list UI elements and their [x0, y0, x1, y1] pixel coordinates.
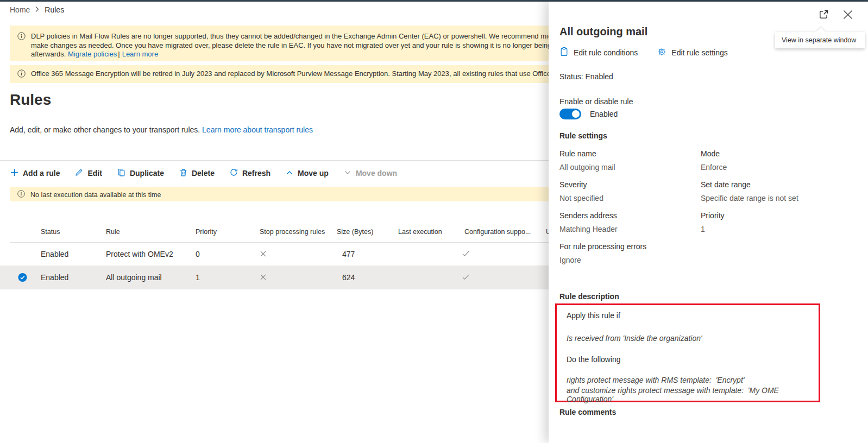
- delete-label: Delete: [192, 169, 215, 178]
- column-header-priority[interactable]: Priority: [196, 228, 217, 236]
- selected-check-circle-icon[interactable]: [18, 273, 27, 282]
- exchange-admin-rules-page: Home Rules DLP policies in Mail Flow Rul…: [0, 0, 868, 443]
- field-label: Set date range: [701, 180, 798, 189]
- column-header-status[interactable]: Status: [41, 228, 60, 236]
- column-header-stop-processing[interactable]: Stop processing rules: [260, 228, 325, 236]
- rule-description-annotation-box: Apply this rule if Is received from 'Ins…: [555, 303, 820, 402]
- enable-disable-heading: Enable or disable rule: [559, 97, 633, 106]
- duplicate-icon: [117, 168, 126, 179]
- field-senders-address: Senders address Matching Header: [559, 211, 618, 233]
- link-divider: |: [118, 50, 119, 58]
- transport-rules-learn-more-link[interactable]: Learn more about transport rules: [202, 125, 313, 134]
- duplicate-button[interactable]: Duplicate: [117, 168, 164, 179]
- action-line-1: rights protect message with RMS template…: [567, 376, 744, 384]
- status-line: Status: Enabled: [559, 72, 613, 81]
- panel-title: All outgoing mail: [559, 26, 647, 38]
- clipboard-icon: [559, 47, 569, 58]
- edit-rule-conditions-button[interactable]: Edit rule conditions: [559, 47, 638, 58]
- field-value: Not specified: [559, 194, 603, 202]
- field-date-range: Set date range Specific date range is no…: [701, 180, 798, 202]
- dlp-banner-line2: make changes as needed. Once you have mi…: [31, 41, 609, 50]
- field-rule-name: Rule name All outgoing mail: [559, 149, 615, 172]
- chevron-up-icon: [285, 168, 294, 179]
- row-rule-name: All outgoing mail: [106, 273, 162, 282]
- migrate-policies-link[interactable]: Migrate policies: [68, 50, 117, 58]
- apply-rule-condition: Is received from 'Inside the organizatio…: [567, 334, 702, 343]
- refresh-button[interactable]: Refresh: [229, 168, 271, 179]
- field-processing-errors: For rule processing errors Ignore: [559, 242, 646, 264]
- apply-rule-heading: Apply this rule if: [567, 311, 620, 320]
- column-header-size[interactable]: Size (Bytes): [337, 228, 373, 236]
- field-value: Specific date range is not set: [701, 194, 798, 202]
- field-label: Severity: [559, 180, 603, 189]
- column-header-last-execution[interactable]: Last execution: [398, 228, 442, 236]
- row-rule-name: Protect with OMEv2: [106, 250, 173, 258]
- rule-comments-heading: Rule comments: [559, 408, 616, 416]
- move-up-label: Move up: [298, 169, 329, 178]
- action-line-2: and customize rights protect message wit…: [567, 386, 819, 403]
- duplicate-label: Duplicate: [130, 169, 164, 178]
- field-label: Rule name: [559, 149, 615, 158]
- row-status: Enabled: [41, 250, 68, 258]
- tooltip-text: View in separate window: [782, 36, 856, 44]
- column-header-rule[interactable]: Rule: [106, 228, 120, 236]
- info-icon: [17, 69, 26, 80]
- page-description-text: Add, edit, or make other changes to your…: [10, 125, 200, 134]
- tooltip: View in separate window: [775, 32, 865, 48]
- row-size-bytes: 624: [342, 273, 355, 282]
- field-label: Mode: [701, 149, 727, 158]
- field-label: Priority: [701, 211, 725, 220]
- no-execution-data-text: No last execution data available at this…: [30, 191, 161, 200]
- learn-more-link[interactable]: Learn more: [122, 50, 158, 58]
- field-label: For rule processing errors: [559, 242, 646, 251]
- move-down-button[interactable]: Move down: [343, 168, 397, 179]
- pencil-icon: [74, 168, 84, 179]
- move-up-button[interactable]: Move up: [285, 168, 329, 179]
- refresh-icon: [229, 168, 238, 179]
- toggle-knob: [572, 110, 580, 118]
- toggle-state-label: Enabled: [590, 110, 618, 118]
- field-value: 1: [701, 225, 725, 233]
- field-severity: Severity Not specified: [559, 180, 603, 202]
- edit-rule-settings-button[interactable]: Edit rule settings: [657, 47, 728, 58]
- trash-icon: [179, 168, 188, 179]
- row-size-bytes: 477: [342, 250, 355, 258]
- field-priority: Priority 1: [701, 211, 725, 233]
- row-priority: 0: [196, 250, 200, 258]
- delete-button[interactable]: Delete: [179, 168, 215, 179]
- column-header-configuration-supported[interactable]: Configuration suppo...: [464, 228, 531, 236]
- check-icon: [462, 250, 469, 258]
- chevron-down-icon: [343, 168, 352, 179]
- x-mark-icon: [260, 250, 266, 258]
- info-icon: [17, 190, 25, 200]
- command-toolbar: Add a rule Edit Duplicate Delete Refresh…: [10, 164, 397, 182]
- rule-details-panel: All outgoing mail Edit rule conditions E…: [549, 2, 868, 443]
- edit-label: Edit: [87, 169, 102, 178]
- dlp-banner-line1: DLP policies in Mail Flow Rules are no l…: [31, 32, 609, 41]
- field-value: All outgoing mail: [559, 163, 615, 172]
- info-icon: [17, 32, 26, 42]
- field-mode: Mode Enforce: [701, 149, 727, 172]
- refresh-label: Refresh: [242, 169, 271, 178]
- do-following-heading: Do the following: [567, 355, 621, 364]
- dlp-banner-line3-text: afterwards.: [31, 50, 66, 58]
- breadcrumb-home-link[interactable]: Home: [10, 5, 30, 14]
- enable-toggle[interactable]: [559, 109, 581, 119]
- breadcrumb-chevron-icon: [35, 5, 40, 14]
- breadcrumb-current: Rules: [45, 5, 64, 14]
- open-in-separate-window-icon[interactable]: [817, 9, 829, 21]
- row-priority: 1: [196, 273, 200, 282]
- page-title: Rules: [10, 91, 51, 109]
- page-description: Add, edit, or make other changes to your…: [10, 125, 313, 134]
- edit-button[interactable]: Edit: [74, 168, 102, 179]
- close-icon[interactable]: [842, 9, 854, 21]
- edit-rule-settings-label: Edit rule settings: [671, 48, 728, 57]
- field-value: Ignore: [559, 256, 646, 264]
- gear-icon: [657, 47, 666, 58]
- add-rule-button[interactable]: Add a rule: [10, 168, 60, 179]
- x-mark-icon: [260, 273, 266, 282]
- panel-actions: Edit rule conditions Edit rule settings: [559, 47, 728, 58]
- rule-settings-heading: Rule settings: [559, 131, 607, 140]
- plus-icon: [10, 168, 19, 179]
- check-icon: [462, 273, 469, 282]
